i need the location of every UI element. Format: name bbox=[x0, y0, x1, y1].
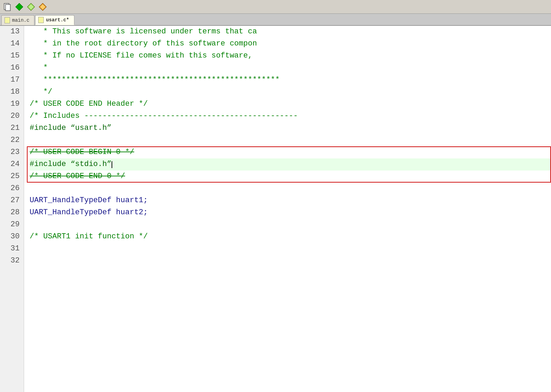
code-line-14: * in the root directory of this software… bbox=[30, 38, 551, 50]
line-num-29: 29 bbox=[3, 219, 20, 231]
arrow-refresh-icon[interactable] bbox=[26, 2, 36, 12]
user-code-block: /* USER CODE BEGIN 0 */ #include “stdio.… bbox=[30, 146, 551, 183]
line-num-25: 25 bbox=[3, 171, 20, 183]
line-num-26: 26 bbox=[3, 183, 20, 195]
green-diamond-icon[interactable] bbox=[14, 2, 24, 12]
tab-label-usart: usart.c* bbox=[46, 17, 69, 23]
line-num-32: 32 bbox=[3, 255, 20, 267]
code-line-32 bbox=[30, 255, 551, 267]
line-num-15: 15 bbox=[3, 50, 20, 62]
code-line-18: */ bbox=[30, 86, 551, 98]
code-line-31 bbox=[30, 243, 551, 255]
toolbar bbox=[0, 0, 551, 14]
line-num-23: 23 bbox=[3, 146, 20, 158]
line-num-16: 16 bbox=[3, 62, 20, 74]
code-line-16: * bbox=[30, 62, 551, 74]
file-icon-usart bbox=[38, 17, 44, 23]
tabs-bar: main.c usart.c* bbox=[0, 14, 551, 26]
code-line-24[interactable]: #include “stdio.h” bbox=[30, 158, 551, 171]
line-num-24: 24 bbox=[3, 158, 20, 171]
tab-usart-c[interactable]: usart.c* bbox=[35, 15, 74, 25]
line-num-28: 28 bbox=[3, 207, 20, 219]
code-editor[interactable]: * This software is licensed under terms … bbox=[24, 26, 551, 392]
code-line-23: /* USER CODE BEGIN 0 */ bbox=[30, 146, 551, 158]
code-line-27: UART_HandleTypeDef huart1; bbox=[30, 195, 551, 207]
line-num-27: 27 bbox=[3, 195, 20, 207]
line-num-17: 17 bbox=[3, 74, 20, 86]
line-num-20: 20 bbox=[3, 110, 20, 122]
code-line-28: UART_HandleTypeDef huart2; bbox=[30, 207, 551, 219]
code-line-13: * This software is licensed under terms … bbox=[30, 26, 551, 38]
code-line-25: /* USER CODE END 0 */ bbox=[30, 171, 551, 183]
line-num-14: 14 bbox=[3, 38, 20, 50]
tab-label-main: main.c bbox=[12, 18, 29, 23]
copy-icon[interactable] bbox=[3, 2, 12, 12]
line-num-30: 30 bbox=[3, 231, 20, 243]
code-line-22 bbox=[30, 134, 551, 146]
code-line-20: /* Includes ----------------------------… bbox=[30, 110, 551, 122]
svg-marker-2 bbox=[15, 3, 23, 11]
editor-area: 13 14 15 16 17 18 19 20 21 22 23 24 25 2… bbox=[0, 26, 551, 392]
line-num-18: 18 bbox=[3, 86, 20, 98]
tab-main-c[interactable]: main.c bbox=[1, 15, 34, 25]
code-line-30: /* USART1 init function */ bbox=[30, 231, 551, 243]
code-line-15: * If no LICENSE file comes with this sof… bbox=[30, 50, 551, 62]
code-line-17: ****************************************… bbox=[30, 74, 551, 86]
code-line-21: #include “usart.h” bbox=[30, 122, 551, 134]
grid-icon[interactable] bbox=[38, 2, 48, 12]
line-num-13: 13 bbox=[3, 26, 20, 38]
line-num-31: 31 bbox=[3, 243, 20, 255]
code-line-26 bbox=[30, 183, 551, 195]
line-num-22: 22 bbox=[3, 134, 20, 146]
line-num-19: 19 bbox=[3, 98, 20, 110]
svg-rect-1 bbox=[6, 4, 10, 11]
code-line-29 bbox=[30, 219, 551, 231]
code-line-19: /* USER CODE END Header */ bbox=[30, 98, 551, 110]
line-num-21: 21 bbox=[3, 122, 20, 134]
file-icon-main bbox=[4, 17, 10, 23]
line-numbers: 13 14 15 16 17 18 19 20 21 22 23 24 25 2… bbox=[0, 26, 24, 392]
